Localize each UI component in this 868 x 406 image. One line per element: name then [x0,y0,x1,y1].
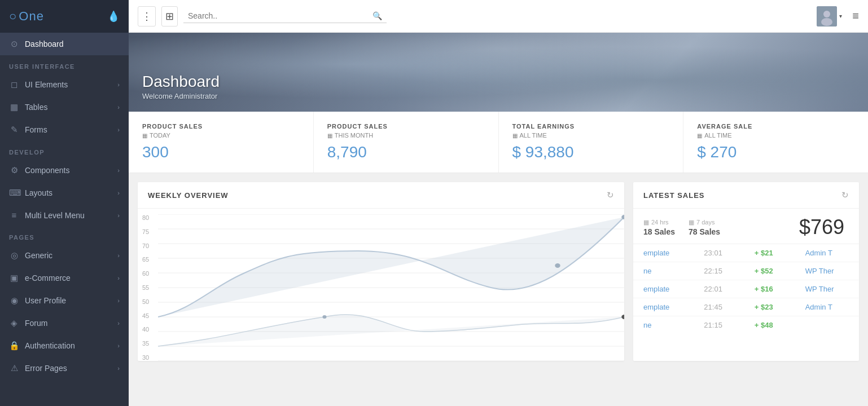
sale-name[interactable]: emplate [643,285,669,293]
sale-user[interactable]: WP Ther [805,285,834,293]
sidebar-item-multilevel[interactable]: ≡ Multi Level Menu › [0,204,129,226]
calendar-icon: ▦ [643,219,649,226]
sidebar-item-forms[interactable]: ✎ Forms › [0,118,129,141]
bottom-panels: WEEKLY OVERVIEW ↻ 30 35 40 45 50 55 60 6… [129,173,868,370]
sale-user[interactable]: Admin T [805,249,832,257]
table-row: emplate 22:01 + $16 WP Ther [633,280,859,298]
refresh-icon[interactable]: ↻ [841,190,849,200]
avatar-image [817,6,837,27]
sales-big-value: $769 [799,215,849,239]
calendar-icon: ▦ [327,133,332,139]
logo-circle-icon: ○ [9,9,16,24]
sales-table: emplate 23:01 + $21 Admin T ne 22:15 + $… [633,244,859,334]
sidebar-item-layouts[interactable]: ⌨ Layouts › [0,182,129,204]
table-row: ne 21:15 + $48 [633,316,859,334]
svg-point-1 [823,11,830,17]
sale-name[interactable]: emplate [643,249,669,257]
sales-tab-24h[interactable]: ▦ 24 hrs 18 Sales [643,219,675,236]
hero-banner: Dashboard Welcome Administrator [129,33,868,112]
sidebar-item-dashboard[interactable]: ⊙ Dashboard [0,33,129,55]
grid-view-button[interactable]: ⊞ [161,6,178,27]
stat-sub-text: THIS MONTH [335,132,373,139]
stat-sub: ▦ ALL TIME [697,132,854,139]
sidebar-item-tables[interactable]: ▦ Tables › [0,96,129,118]
stat-value: $ 270 [697,143,854,161]
topbar: ⋮ ⊞ 🔍 ▾ ≡ [129,0,868,33]
sidebar-item-forum[interactable]: ◈ Forum › [0,312,129,334]
stat-average-sale: AVERAGE SALE ▦ ALL TIME $ 270 [683,112,868,173]
sidebar-item-error-pages[interactable]: ⚠ Error Pages › [0,357,129,379]
components-icon: ⚙ [9,165,19,175]
layouts-icon: ⌨ [9,188,19,198]
stat-label: PRODUCT SALES [142,123,300,130]
sale-amount: + $21 [744,244,795,262]
sidebar-item-authentication[interactable]: 🔒 Authentication › [0,334,129,357]
sale-name[interactable]: emplate [643,303,669,311]
sale-time: 21:45 [694,298,744,316]
weekly-chart [158,214,624,361]
chevron-right-icon: › [117,252,120,259]
panel-header-sales: LATEST SALES ↻ [633,182,859,209]
menu-dots-button[interactable]: ⋮ [138,6,156,27]
ui-elements-icon: ◻ [9,80,19,90]
stat-sub: ▦ ALL TIME [512,132,670,139]
y-axis: 30 35 40 45 50 55 60 65 70 75 80 [138,214,158,361]
generic-icon: ◎ [9,250,19,261]
svg-point-14 [555,263,560,268]
sale-name[interactable]: ne [643,267,651,275]
main-area: ⋮ ⊞ 🔍 ▾ ≡ [129,0,868,406]
stat-total-earnings: TOTAL EARNINGS ▦ ALL TIME $ 93,880 [499,112,684,173]
chevron-right-icon: › [117,81,120,88]
sale-user[interactable]: Admin T [805,303,832,311]
calendar-icon: ▦ [512,133,518,139]
chevron-right-icon: › [117,297,120,304]
calendar-icon: ▦ [697,133,702,139]
calendar-icon: ▦ [142,133,147,139]
chevron-right-icon: › [117,320,120,326]
hamburger-icon[interactable]: ≡ [852,10,859,23]
tab-7d-value: 78 Sales [689,227,720,236]
refresh-icon[interactable]: ↻ [607,190,614,200]
stat-label: AVERAGE SALE [697,123,854,130]
tables-icon: ▦ [9,102,19,112]
tab-7d-label: ▦ 7 days [689,219,720,226]
topbar-left: ⋮ ⊞ 🔍 [138,6,387,27]
chevron-right-icon: › [117,104,120,111]
sidebar-item-ecommerce[interactable]: ▣ e-Commerce › [0,267,129,289]
dashboard-icon: ⊙ [9,39,19,49]
weekly-overview-panel: WEEKLY OVERVIEW ↻ 30 35 40 45 50 55 60 6… [138,182,624,361]
panel-header-weekly: WEEKLY OVERVIEW ↻ [138,182,624,209]
sidebar-item-user-profile[interactable]: ◉ User Profile › [0,289,129,312]
stat-sub-text: ALL TIME [520,132,547,139]
lock-icon: 🔒 [9,341,19,351]
sale-user[interactable]: WP Ther [805,267,834,275]
section-header-pages: PAGES [0,226,129,244]
forms-icon: ✎ [9,125,19,135]
sale-name[interactable]: ne [643,321,651,329]
tab-24h-value: 18 Sales [643,227,675,236]
search-bar: 🔍 [183,9,387,23]
chevron-right-icon: › [117,167,120,174]
sales-tab-7d[interactable]: ▦ 7 days 78 Sales [689,219,720,236]
table-row: ne 22:15 + $52 WP Ther [633,262,859,280]
stat-sub: ▦ TODAY [142,132,300,139]
logo-text: One [19,9,44,24]
search-input[interactable] [188,11,372,20]
stat-sub-text: ALL TIME [704,132,731,139]
stat-label: TOTAL EARNINGS [512,123,670,130]
avatar-dropdown-button[interactable]: ▾ [817,6,842,27]
sidebar-item-ui-elements[interactable]: ◻ UI Elements › [0,73,129,96]
sidebar-item-generic[interactable]: ◎ Generic › [0,244,129,267]
water-drop-icon[interactable]: 💧 [107,10,120,23]
sidebar-item-components[interactable]: ⚙ Components › [0,159,129,182]
search-icon[interactable]: 🔍 [372,11,382,20]
hero-subtitle: Welcome Administrator [142,92,220,100]
avatar [817,6,837,27]
sale-time: 23:01 [694,244,744,262]
table-row: emplate 23:01 + $21 Admin T [633,244,859,262]
topbar-right: ▾ ≡ [817,6,859,27]
section-header-ui: USER INTERFACE [0,55,129,73]
sale-amount: + $48 [744,316,795,334]
svg-point-2 [821,18,832,26]
user-profile-icon: ◉ [9,295,19,306]
